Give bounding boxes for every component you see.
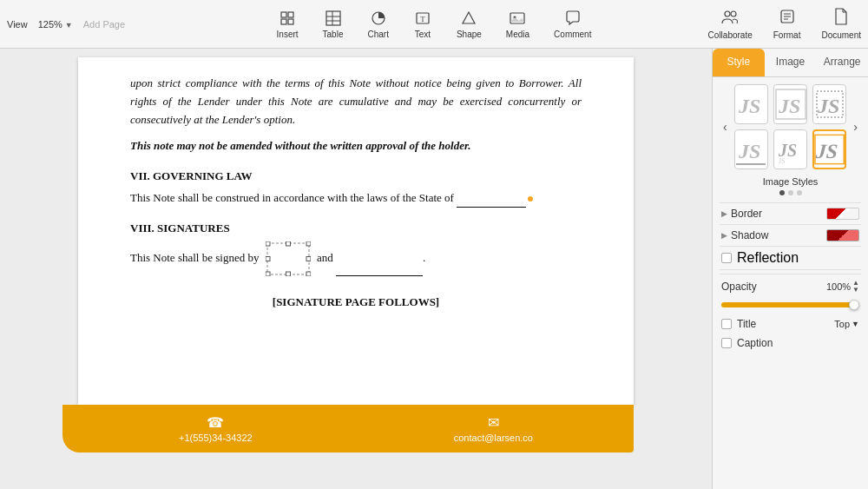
email-icon: ✉ [488,414,499,431]
panel-body: ‹ JS JS JS JS [713,77,868,489]
opacity-track[interactable] [721,302,859,307]
toolbar-left: View 125% ▼ Add Page [7,19,163,30]
svg-text:JS: JS [817,95,839,117]
svg-marker-11 [463,12,475,23]
svg-rect-26 [286,272,290,276]
text-icon: T [413,9,432,28]
border-chevron-icon: ▶ [721,209,727,218]
title-label: Title [737,318,756,330]
toolbar-center: Insert Table Chart T Text [163,9,705,39]
table-label: Table [323,30,344,39]
insert-icon [278,9,297,28]
panel-nav-row: ‹ JS JS JS JS [720,84,861,169]
reflection-checkbox[interactable] [721,253,732,263]
style-box-6[interactable]: JS [812,129,846,169]
doc-area[interactable]: upon strict compliance with the terms of… [0,49,712,489]
comment-label: Comment [554,30,591,39]
main-area: upon strict compliance with the terms of… [0,49,868,489]
format-label: Format [773,30,801,40]
collaborate-icon [720,8,740,29]
tab-image[interactable]: Image [765,49,817,76]
chart-icon [369,9,388,28]
svg-rect-0 [281,12,286,17]
table-button[interactable]: Table [323,9,344,39]
next-styles-arrow[interactable]: › [850,118,861,135]
text-button[interactable]: T Text [413,9,432,39]
signature-image[interactable] [266,241,311,276]
shape-button[interactable]: Shape [457,9,482,39]
text-label: Text [415,30,431,39]
section7-body: This Note shall be construed in accordan… [130,189,582,208]
caption-checkbox[interactable] [721,338,732,348]
dot-1 [779,190,785,195]
footer-bar: ☎ +1(555)34-34322 ✉ contact@larsen.co [78,405,634,453]
opacity-stepper[interactable]: ▲ ▼ [852,280,859,294]
svg-rect-25 [286,241,290,246]
collaborate-label: Collaborate [708,30,753,40]
title-row: Title Top ▼ [720,314,861,334]
svg-text:JS: JS [814,140,838,162]
view-button[interactable]: View [7,19,28,30]
opacity-value-control[interactable]: 100% ▲ ▼ [826,280,859,294]
svg-text:JS: JS [779,157,786,165]
cursor-indicator [528,196,533,202]
svg-rect-3 [288,19,293,24]
format-button[interactable]: Format [773,8,801,40]
style-box-4[interactable]: JS [734,129,768,169]
page-content: upon strict compliance with the terms of… [78,57,634,405]
border-section[interactable]: ▶ Border [720,202,861,224]
title-position-control[interactable]: Top ▼ [834,319,859,329]
footer-container: ☎ +1(555)34-34322 ✉ contact@larsen.co [78,405,634,453]
svg-rect-20 [267,243,309,274]
phone-icon: ☎ [207,414,224,431]
shape-icon [459,9,478,28]
footer-email: ✉ contact@larsen.co [454,414,533,443]
opacity-thumb[interactable] [849,300,859,310]
tab-arrange[interactable]: Arrange [816,49,868,76]
svg-rect-21 [266,241,270,246]
insert-button[interactable]: Insert [277,9,299,39]
media-button[interactable]: Media [506,9,529,39]
panel-tabs: Style Image Arrange [713,49,868,77]
opacity-row: Opacity 100% ▲ ▼ [720,274,861,299]
add-page-button[interactable]: Add Page [83,19,125,30]
comment-icon [563,9,582,28]
prev-styles-arrow[interactable]: ‹ [720,118,731,135]
image-styles-label: Image Styles [720,176,861,187]
toolbar: View 125% ▼ Add Page Insert Table Chart [0,0,868,49]
svg-rect-4 [326,11,340,25]
svg-text:T: T [420,15,425,23]
table-icon [324,9,343,28]
opacity-label: Opacity [721,281,757,293]
style-box-1[interactable]: JS [734,84,768,124]
shadow-section[interactable]: ▶ Shadow [720,224,861,246]
title-position-chevron-icon: ▼ [852,320,859,328]
style-box-5[interactable]: JSJS [773,129,807,169]
opacity-down[interactable]: ▼ [852,287,859,294]
format-icon [779,8,796,29]
gov-law-blank [457,195,526,208]
comment-button[interactable]: Comment [554,9,591,39]
title-checkbox[interactable] [721,319,732,329]
reflection-label: Reflection [737,250,799,266]
svg-point-15 [731,11,736,17]
document-button[interactable]: Document [821,8,861,40]
style-box-3[interactable]: JS [812,84,846,124]
opacity-slider-row [720,302,861,314]
collaborate-button[interactable]: Collaborate [708,8,753,40]
section8-heading: VIII. SIGNATURES [130,220,582,238]
shadow-color-swatch[interactable] [826,229,859,241]
body-text: upon strict compliance with the terms of… [130,75,582,129]
zoom-control[interactable]: 125% ▼ [38,19,73,30]
svg-text:JS: JS [738,95,760,117]
section7-heading: VII. GOVERNING LAW [130,168,582,186]
style-box-2[interactable]: JS [773,84,807,124]
svg-rect-1 [288,12,293,17]
section8-body: This Note shall be signed by [130,241,582,276]
chart-button[interactable]: Chart [367,9,388,39]
border-color-swatch[interactable] [826,208,859,220]
tab-style[interactable]: Style [713,49,765,76]
svg-rect-22 [306,241,311,246]
svg-rect-23 [266,272,270,276]
insert-label: Insert [277,30,299,39]
